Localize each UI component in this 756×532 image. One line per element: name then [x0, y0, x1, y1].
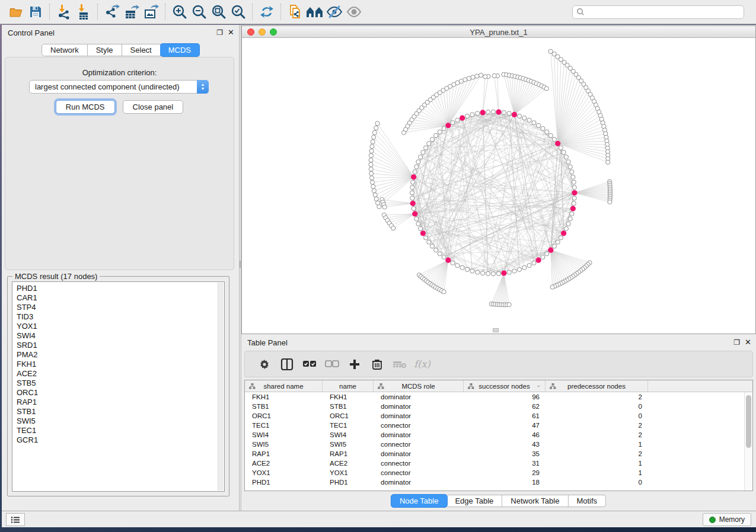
- tab-edge-table[interactable]: Edge Table: [446, 495, 502, 507]
- table-row-STB1[interactable]: STB1STB1dominator620: [245, 402, 752, 411]
- optimization-criterion-select[interactable]: largest connected component (undirected)…: [29, 80, 209, 94]
- mcds-result-item[interactable]: SWI4: [17, 331, 224, 341]
- float-panel-icon[interactable]: ❐: [216, 28, 223, 37]
- column-header-shared-name[interactable]: shared name: [245, 380, 323, 392]
- add-column-icon[interactable]: [343, 355, 366, 373]
- delete-columns-icon[interactable]: [366, 355, 388, 373]
- network-ring-node[interactable]: [442, 255, 446, 259]
- network-mcds-hub-node[interactable]: [501, 270, 506, 275]
- network-ring-node[interactable]: [451, 121, 455, 125]
- network-mcds-hub-node[interactable]: [570, 206, 576, 211]
- network-leaf-node[interactable]: [483, 75, 487, 79]
- table-row-ACE2[interactable]: ACE2ACE2connector311: [245, 459, 752, 468]
- clone-network-icon[interactable]: [285, 2, 305, 22]
- network-canvas[interactable]: [242, 39, 755, 334]
- network-ring-node[interactable]: [410, 196, 414, 200]
- close-panel-icon[interactable]: ✕: [228, 28, 234, 37]
- network-ring-node[interactable]: [486, 110, 490, 114]
- delete-table-icon[interactable]: [388, 355, 411, 373]
- network-ring-node[interactable]: [532, 261, 536, 265]
- network-leaf-node[interactable]: [369, 149, 374, 153]
- network-window-titlebar[interactable]: YPA_prune.txt_1: [242, 26, 755, 38]
- network-leaf-node[interactable]: [369, 153, 373, 158]
- network-mcds-hub-node[interactable]: [445, 123, 451, 128]
- tab-style[interactable]: Style: [88, 44, 122, 56]
- network-ring-node[interactable]: [548, 133, 553, 137]
- search-input[interactable]: [587, 8, 740, 16]
- save-session-icon[interactable]: [25, 2, 45, 22]
- network-ring-node[interactable]: [430, 244, 434, 248]
- network-ring-node[interactable]: [517, 114, 521, 118]
- network-ring-node[interactable]: [438, 130, 442, 134]
- mcds-result-item[interactable]: PMA2: [17, 350, 224, 360]
- network-ring-node[interactable]: [410, 185, 414, 190]
- refresh-layout-icon[interactable]: [257, 2, 276, 22]
- splitter-grip[interactable]: [240, 261, 241, 268]
- network-leaf-node[interactable]: [371, 184, 375, 188]
- network-ring-node[interactable]: [427, 240, 431, 244]
- table-row-SWI4[interactable]: SWI4SWI4dominator462: [245, 430, 752, 440]
- network-ring-node[interactable]: [470, 269, 474, 273]
- network-graph[interactable]: [242, 39, 755, 334]
- network-mcds-hub-node[interactable]: [496, 109, 501, 114]
- network-leaf-node[interactable]: [606, 160, 610, 164]
- network-ring-node[interactable]: [522, 265, 527, 270]
- network-ring-node[interactable]: [416, 160, 420, 164]
- network-ring-node[interactable]: [465, 114, 469, 118]
- network-mcds-hub-node[interactable]: [536, 258, 541, 263]
- mcds-result-item[interactable]: RAP1: [17, 398, 224, 407]
- network-ring-node[interactable]: [430, 137, 434, 142]
- network-ring-node[interactable]: [572, 185, 576, 190]
- network-ring-node[interactable]: [556, 240, 560, 244]
- hide-graphics-details-icon[interactable]: [324, 2, 344, 22]
- network-ring-node[interactable]: [455, 118, 460, 122]
- table-scrollbar-thumb[interactable]: [746, 395, 751, 448]
- memory-button[interactable]: Memory: [703, 513, 751, 526]
- network-ring-node[interactable]: [572, 196, 576, 200]
- network-leaf-node[interactable]: [372, 135, 376, 139]
- column-header-successor-nodes[interactable]: successor nodes⌄: [464, 380, 546, 392]
- network-ring-node[interactable]: [517, 267, 521, 271]
- mcds-result-item[interactable]: STB5: [17, 379, 224, 388]
- run-mcds-button[interactable]: Run MCDS: [56, 100, 115, 114]
- zoom-fit-icon[interactable]: [209, 2, 228, 22]
- mcds-result-item[interactable]: PHD1: [17, 284, 224, 293]
- network-ring-node[interactable]: [532, 121, 536, 125]
- network-mcds-hub-node[interactable]: [561, 230, 566, 236]
- mcds-result-list[interactable]: PHD1CAR1STP4TID3YOX1SWI4SRD1PMA2FKH1ACE2…: [12, 281, 225, 492]
- network-ring-node[interactable]: [522, 116, 527, 120]
- table-row-ORC1[interactable]: ORC1ORC1dominator610: [245, 411, 752, 421]
- column-header-MCDS-role[interactable]: MCDS role: [374, 380, 464, 392]
- network-ring-node[interactable]: [412, 207, 416, 211]
- network-leaf-node[interactable]: [479, 73, 483, 77]
- search-box[interactable]: [572, 5, 744, 19]
- network-ring-node[interactable]: [568, 217, 572, 221]
- network-ring-node[interactable]: [476, 111, 480, 116]
- network-leaf-node[interactable]: [475, 74, 479, 78]
- network-ring-node[interactable]: [486, 271, 490, 275]
- task-history-button[interactable]: [6, 513, 25, 526]
- network-ring-node[interactable]: [410, 191, 414, 195]
- close-panel-button[interactable]: Close panel: [123, 100, 184, 114]
- mcds-result-item[interactable]: STP4: [17, 303, 224, 312]
- network-ring-node[interactable]: [552, 244, 556, 248]
- mcds-result-item[interactable]: SWI5: [17, 416, 224, 426]
- network-ring-node[interactable]: [568, 165, 572, 169]
- network-ring-node[interactable]: [451, 261, 455, 265]
- import-network-icon[interactable]: [54, 2, 74, 22]
- network-leaf-node[interactable]: [492, 73, 496, 78]
- network-ring-node[interactable]: [424, 236, 428, 240]
- network-ring-node[interactable]: [476, 270, 480, 274]
- network-ring-node[interactable]: [541, 255, 545, 259]
- network-ring-node[interactable]: [537, 123, 541, 127]
- mcds-result-item[interactable]: STB1: [17, 407, 224, 416]
- network-ring-node[interactable]: [502, 110, 506, 114]
- network-ring-node[interactable]: [414, 217, 419, 221]
- network-ring-node[interactable]: [507, 270, 511, 274]
- deselect-all-rows-icon[interactable]: [321, 355, 343, 373]
- network-leaf-node[interactable]: [369, 171, 374, 175]
- network-leaf-node[interactable]: [544, 86, 548, 91]
- network-leaf-node[interactable]: [550, 285, 554, 289]
- network-ring-node[interactable]: [527, 264, 531, 268]
- network-leaf-node[interactable]: [369, 162, 373, 166]
